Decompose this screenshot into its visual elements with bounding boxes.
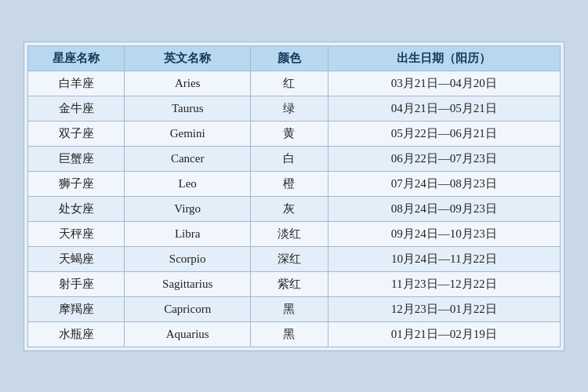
cell-date: 10月24日—11月22日	[328, 246, 560, 271]
table-body: 白羊座Aries红03月21日—04月20日金牛座Taurus绿04月21日—0…	[28, 71, 561, 347]
cell-color: 黑	[250, 296, 328, 321]
cell-date: 08月24日—09月23日	[328, 196, 560, 221]
cell-date: 03月21日—04月20日	[328, 71, 560, 96]
cell-date: 04月21日—05月21日	[328, 96, 560, 121]
cell-en: Cancer	[125, 146, 250, 171]
cell-zh: 巨蟹座	[28, 146, 125, 171]
cell-color: 深红	[250, 246, 328, 271]
cell-zh: 处女座	[28, 196, 125, 221]
zodiac-table-container: 星座名称 英文名称 颜色 出生日期（阳历） 白羊座Aries红03月21日—04…	[24, 42, 564, 351]
cell-zh: 狮子座	[28, 171, 125, 196]
cell-date: 06月22日—07月23日	[328, 146, 560, 171]
zodiac-table: 星座名称 英文名称 颜色 出生日期（阳历） 白羊座Aries红03月21日—04…	[27, 45, 561, 347]
cell-zh: 摩羯座	[28, 296, 125, 321]
table-row: 巨蟹座Cancer白06月22日—07月23日	[28, 146, 561, 171]
cell-date: 07月24日—08月23日	[328, 171, 560, 196]
table-row: 摩羯座Capricorn黑12月23日—01月22日	[28, 296, 561, 321]
cell-zh: 天蝎座	[28, 246, 125, 271]
table-header-row: 星座名称 英文名称 颜色 出生日期（阳历）	[28, 45, 561, 71]
cell-date: 11月23日—12月22日	[328, 271, 560, 296]
table-row: 处女座Virgo灰08月24日—09月23日	[28, 196, 561, 221]
cell-color: 淡红	[250, 221, 328, 246]
table-row: 水瓶座Aquarius黑01月21日—02月19日	[28, 321, 561, 347]
cell-en: Scorpio	[125, 246, 250, 271]
table-row: 天秤座Libra淡红09月24日—10月23日	[28, 221, 561, 246]
cell-date: 01月21日—02月19日	[328, 321, 560, 347]
cell-color: 红	[250, 71, 328, 96]
table-row: 金牛座Taurus绿04月21日—05月21日	[28, 96, 561, 121]
header-date: 出生日期（阳历）	[328, 45, 560, 71]
cell-color: 橙	[250, 171, 328, 196]
cell-color: 紫红	[250, 271, 328, 296]
header-zh: 星座名称	[28, 45, 125, 71]
cell-color: 白	[250, 146, 328, 171]
cell-en: Aquarius	[125, 321, 250, 347]
cell-en: Sagittarius	[125, 271, 250, 296]
cell-en: Virgo	[125, 196, 250, 221]
table-row: 天蝎座Scorpio深红10月24日—11月22日	[28, 246, 561, 271]
header-color: 颜色	[250, 45, 328, 71]
cell-zh: 射手座	[28, 271, 125, 296]
table-row: 白羊座Aries红03月21日—04月20日	[28, 71, 561, 96]
cell-en: Libra	[125, 221, 250, 246]
cell-zh: 金牛座	[28, 96, 125, 121]
table-row: 双子座Gemini黄05月22日—06月21日	[28, 121, 561, 146]
header-en: 英文名称	[125, 45, 250, 71]
cell-zh: 白羊座	[28, 71, 125, 96]
cell-zh: 水瓶座	[28, 321, 125, 347]
cell-en: Taurus	[125, 96, 250, 121]
cell-date: 09月24日—10月23日	[328, 221, 560, 246]
cell-color: 黑	[250, 321, 328, 347]
cell-en: Aries	[125, 71, 250, 96]
cell-color: 灰	[250, 196, 328, 221]
table-row: 射手座Sagittarius紫红11月23日—12月22日	[28, 271, 561, 296]
cell-color: 黄	[250, 121, 328, 146]
cell-zh: 天秤座	[28, 221, 125, 246]
cell-date: 05月22日—06月21日	[328, 121, 560, 146]
cell-zh: 双子座	[28, 121, 125, 146]
cell-en: Leo	[125, 171, 250, 196]
table-row: 狮子座Leo橙07月24日—08月23日	[28, 171, 561, 196]
cell-en: Capricorn	[125, 296, 250, 321]
cell-color: 绿	[250, 96, 328, 121]
cell-en: Gemini	[125, 121, 250, 146]
cell-date: 12月23日—01月22日	[328, 296, 560, 321]
